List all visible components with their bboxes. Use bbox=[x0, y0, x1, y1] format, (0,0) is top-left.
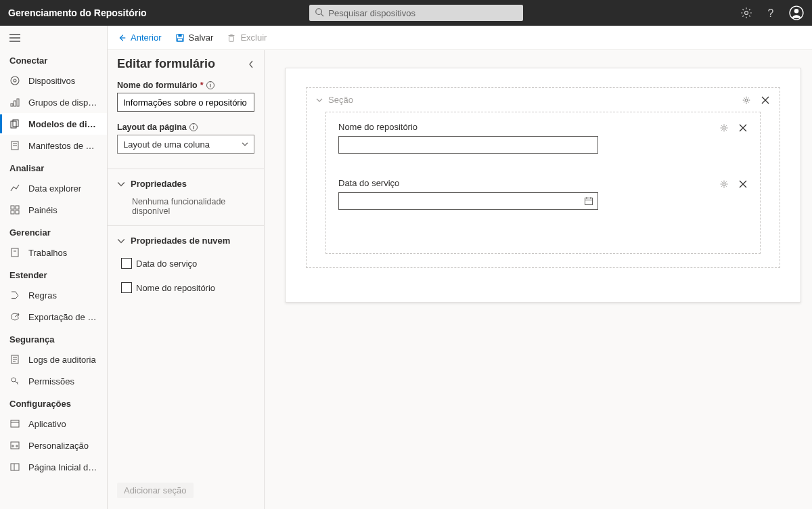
close-icon[interactable] bbox=[738, 123, 748, 133]
nav-item[interactable]: Página Inicial do IoT C bbox=[0, 456, 107, 478]
nav-group-title: Gerenciar bbox=[0, 221, 107, 242]
chevron-down-icon bbox=[242, 141, 248, 148]
canvas-field[interactable]: Data do serviço bbox=[338, 178, 748, 210]
svg-point-2 bbox=[745, 12, 748, 15]
svg-rect-39 bbox=[178, 34, 181, 37]
nav-item[interactable]: Data explorer bbox=[0, 177, 107, 199]
nav-item[interactable]: Permissões bbox=[0, 370, 107, 392]
nav-group-title: Segurança bbox=[0, 328, 107, 349]
svg-rect-21 bbox=[11, 211, 14, 214]
gear-icon[interactable] bbox=[719, 123, 729, 133]
perm-icon bbox=[9, 376, 20, 386]
delete-label: Excluir bbox=[240, 32, 267, 43]
form-name-input[interactable] bbox=[117, 93, 254, 112]
form-section[interactable]: Seção bbox=[306, 87, 780, 268]
svg-point-50 bbox=[723, 183, 725, 185]
svg-point-47 bbox=[723, 127, 725, 129]
nav-item[interactable]: Painéis bbox=[0, 199, 107, 221]
app-title: Gerenciamento do Repositório bbox=[8, 7, 147, 18]
checkbox[interactable] bbox=[121, 258, 132, 269]
svg-rect-13 bbox=[17, 99, 19, 106]
nav-item-label: Aplicativo bbox=[28, 419, 66, 429]
svg-rect-20 bbox=[16, 206, 19, 209]
collapse-editor-icon[interactable] bbox=[248, 60, 254, 69]
svg-rect-22 bbox=[16, 211, 19, 214]
add-section-button[interactable]: Adicionar seção bbox=[117, 483, 194, 498]
gear-icon[interactable] bbox=[740, 7, 752, 19]
info-icon[interactable]: i bbox=[189, 123, 198, 131]
help-icon[interactable]: ? bbox=[765, 7, 777, 19]
nav-item[interactable]: Logs de auditoria bbox=[0, 349, 107, 370]
back-label: Anterior bbox=[131, 32, 162, 43]
svg-rect-11 bbox=[11, 104, 13, 106]
section-title: Seção bbox=[328, 95, 353, 105]
form-card: Seção bbox=[285, 68, 801, 303]
nav-item[interactable]: Personalização bbox=[0, 435, 107, 456]
template-icon bbox=[9, 118, 20, 129]
svg-point-0 bbox=[316, 9, 322, 15]
nav-item-label: Logs de auditoria bbox=[28, 355, 96, 365]
svg-point-5 bbox=[794, 9, 799, 14]
search-icon bbox=[315, 7, 324, 17]
save-label: Salvar bbox=[189, 32, 214, 43]
properties-header[interactable]: Propriedades bbox=[117, 173, 254, 194]
top-bar: Gerenciamento do Repositório ? bbox=[0, 0, 812, 26]
svg-rect-19 bbox=[11, 206, 14, 209]
nav-group-title: Conectar bbox=[0, 49, 107, 70]
cloud-properties-header[interactable]: Propriedades de nuvem bbox=[117, 230, 254, 251]
field-label: Data do serviço bbox=[338, 178, 399, 188]
nav-item[interactable]: Modelos de dispo... bbox=[0, 113, 107, 135]
svg-rect-23 bbox=[12, 248, 18, 257]
nav-item[interactable]: Regras bbox=[0, 284, 107, 306]
properties-empty: Nenhuma funcionalidade disponível bbox=[117, 194, 254, 221]
back-button[interactable]: Anterior bbox=[117, 32, 162, 43]
group-icon bbox=[9, 97, 20, 108]
gear-icon[interactable] bbox=[742, 95, 751, 105]
svg-text:?: ? bbox=[768, 7, 774, 19]
nav-item[interactable]: Exportação de dados bbox=[0, 306, 107, 328]
cloud-prop-label: Nome do repositório bbox=[136, 283, 215, 293]
svg-rect-35 bbox=[11, 464, 19, 470]
nav-item[interactable]: Aplicativo bbox=[0, 413, 107, 435]
nav-item-label: Personalização bbox=[28, 441, 89, 451]
nav-item[interactable]: Manifestos de borda bbox=[0, 135, 107, 156]
nav-item-label: Regras bbox=[28, 290, 57, 301]
svg-point-34 bbox=[16, 445, 18, 447]
nav-item[interactable]: Grupos de dispositivos bbox=[0, 91, 107, 113]
delete-button[interactable]: Excluir bbox=[227, 32, 267, 43]
gear-icon[interactable] bbox=[719, 179, 729, 189]
field-input[interactable] bbox=[338, 136, 598, 154]
svg-point-44 bbox=[745, 99, 748, 102]
checkbox[interactable] bbox=[121, 282, 132, 293]
device-icon bbox=[9, 75, 20, 86]
nav-item-label: Painéis bbox=[28, 205, 58, 215]
chart-icon bbox=[9, 183, 20, 194]
cloud-prop-label: Data do serviço bbox=[136, 259, 197, 269]
chevron-down-icon[interactable] bbox=[316, 97, 323, 104]
nav-item-label: Data explorer bbox=[28, 183, 81, 194]
canvas-field[interactable]: Nome do repositório bbox=[338, 122, 748, 154]
field-input[interactable] bbox=[338, 192, 598, 210]
hamburger-icon[interactable] bbox=[0, 30, 107, 46]
search-input[interactable] bbox=[309, 5, 523, 21]
nav-item-label: Permissões bbox=[28, 376, 74, 386]
layout-select[interactable]: Layout de uma coluna bbox=[117, 135, 254, 154]
info-icon[interactable]: i bbox=[206, 81, 215, 89]
nav-item-label: Manifestos de borda bbox=[28, 141, 97, 151]
nav-item[interactable]: Trabalhos bbox=[0, 242, 107, 263]
close-icon[interactable] bbox=[761, 95, 770, 105]
save-button[interactable]: Salvar bbox=[175, 32, 214, 43]
nav-item[interactable]: Dispositivos bbox=[0, 70, 107, 91]
left-nav: ConectarDispositivosGrupos de dispositiv… bbox=[0, 26, 108, 509]
cloud-prop-row: Data do serviço bbox=[117, 251, 254, 275]
app-icon bbox=[9, 418, 20, 429]
svg-point-9 bbox=[11, 76, 19, 85]
form-canvas: Seção bbox=[265, 50, 812, 509]
svg-point-33 bbox=[12, 445, 14, 447]
search-wrap bbox=[309, 5, 523, 21]
calendar-icon[interactable] bbox=[584, 196, 593, 206]
svg-line-1 bbox=[321, 14, 324, 17]
custom-icon bbox=[9, 440, 20, 451]
avatar-icon[interactable] bbox=[789, 5, 804, 20]
close-icon[interactable] bbox=[738, 179, 748, 189]
